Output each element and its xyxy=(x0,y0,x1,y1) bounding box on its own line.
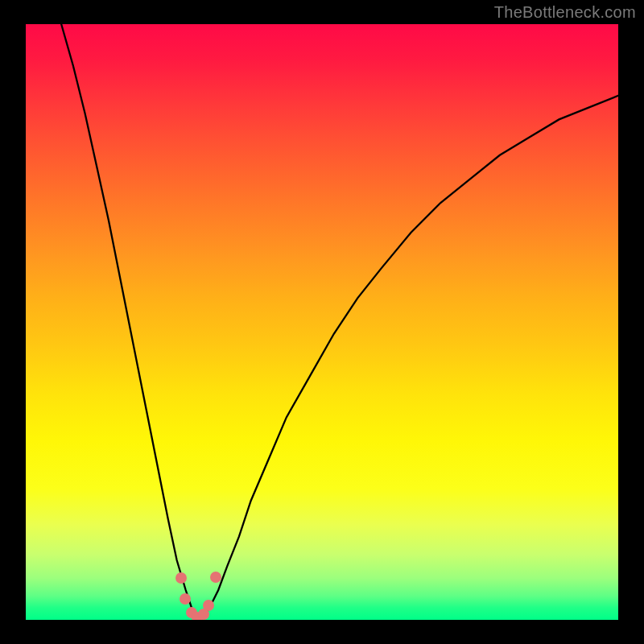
marker-dot xyxy=(210,572,221,583)
marker-dot xyxy=(203,600,214,611)
marker-dot xyxy=(175,572,187,584)
marker-dot xyxy=(180,593,191,605)
watermark-text: TheBottleneck.com xyxy=(494,3,636,22)
chart-frame: TheBottleneck.com xyxy=(0,0,644,644)
plot-area xyxy=(26,24,618,620)
marker-dots-layer xyxy=(26,24,618,620)
